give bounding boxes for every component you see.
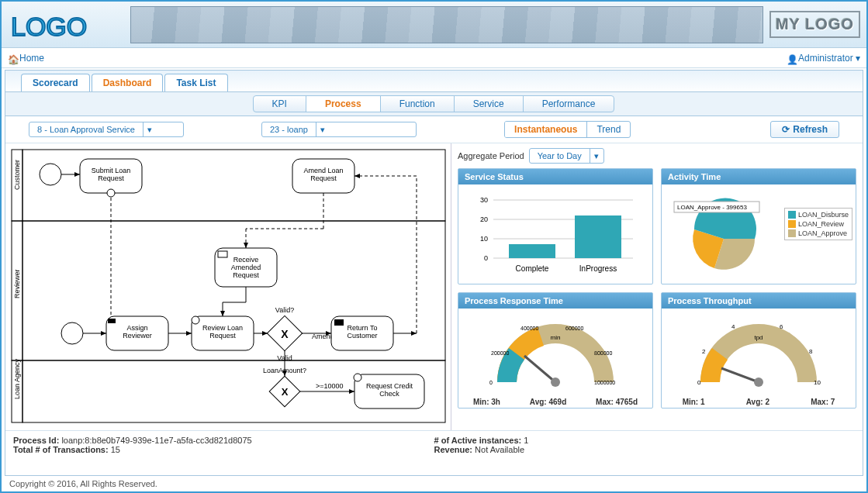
svg-rect-75 <box>575 215 621 258</box>
svg-text:Reviewer: Reviewer <box>13 269 21 298</box>
svg-text:Customer: Customer <box>347 332 377 340</box>
subtab-process[interactable]: Process <box>306 95 381 112</box>
svg-line-89 <box>721 368 759 382</box>
svg-point-90 <box>754 378 763 387</box>
svg-text:Amend Loan: Amend Loan <box>303 167 343 174</box>
svg-text:LOGO: LOGO <box>11 12 87 41</box>
svg-line-80 <box>524 356 555 382</box>
stats-row: Process Id: loanp:8:b8e0b749-939e-11e7-a… <box>5 430 863 459</box>
bar-chart: 30 20 10 0 Complete InProgress <box>458 184 652 284</box>
tab-tasklist[interactable]: Task List <box>164 74 227 91</box>
revenue-label: Revenue: <box>434 445 473 454</box>
svg-text:Assign: Assign <box>126 324 147 332</box>
pie-legend: LOAN_Disburse LOAN_Review LOAN_Approve <box>784 208 852 240</box>
revenue-value: Not Available <box>475 445 524 454</box>
bpmn-diagram[interactable]: Customer Reviewer Loan Agency Submit Loa… <box>5 143 451 430</box>
logo-right: MY LOGO <box>769 11 860 38</box>
refresh-button[interactable]: ⟳ Refresh <box>770 121 839 138</box>
subtab-performance[interactable]: Performance <box>523 95 615 112</box>
pie-chart: LOAN_Approve - 399653 LOAN_Disburse LOAN… <box>662 184 856 284</box>
mode-toggle: Instantaneous Trend <box>504 121 631 138</box>
breadcrumb-bar: 🏠Home 👤Administrator ▾ <box>2 48 866 68</box>
chevron-down-icon: ▾ <box>590 149 603 163</box>
subtab-service[interactable]: Service <box>454 95 524 112</box>
process-dropdown[interactable]: 23 - loanp ▾ <box>261 122 417 137</box>
active-instances-value: 1 <box>524 436 528 445</box>
svg-text:800000: 800000 <box>594 350 612 356</box>
home-icon: 🏠 <box>8 54 17 64</box>
svg-text:>=10000: >=10000 <box>316 382 344 390</box>
svg-point-20 <box>61 322 83 344</box>
user-icon: 👤 <box>787 54 796 64</box>
svg-text:0: 0 <box>489 380 493 385</box>
svg-text:Customer: Customer <box>13 160 21 190</box>
process-id-label: Process Id: <box>13 436 59 445</box>
svg-point-10 <box>40 164 61 185</box>
aggregate-row: Aggregate Period Year to Day ▾ <box>458 147 856 168</box>
main-tabs: Scorecard Dashboard Task List <box>5 71 863 91</box>
svg-text:tpd: tpd <box>754 334 763 341</box>
svg-text:Loan Agency: Loan Agency <box>13 358 21 399</box>
svg-text:6: 6 <box>780 323 783 330</box>
svg-text:Request: Request <box>233 271 259 279</box>
card-title: Activity Time <box>662 169 856 184</box>
svg-text:10: 10 <box>814 379 821 386</box>
total-tx-label: Total # of Transactions: <box>13 445 109 454</box>
card-activity-time: Activity Time LOAN_Approve - 399653 <box>661 168 856 284</box>
card-title: Service Status <box>458 169 652 184</box>
tab-dashboard[interactable]: Dashboard <box>92 74 164 91</box>
chevron-down-icon: ▾ <box>316 122 330 136</box>
svg-text:Request Credit: Request Credit <box>366 382 413 390</box>
svg-text:X: X <box>282 386 289 398</box>
sub-tabs: KPI Process Function Service Performance <box>5 91 863 116</box>
subtab-kpi[interactable]: KPI <box>253 95 306 112</box>
svg-text:600000: 600000 <box>565 326 583 331</box>
svg-text:min: min <box>551 334 561 341</box>
svg-text:10: 10 <box>480 235 488 243</box>
svg-text:8: 8 <box>809 348 813 355</box>
svg-text:Amended: Amended <box>231 264 261 271</box>
banner-image <box>130 6 763 43</box>
svg-point-50 <box>354 374 361 381</box>
card-title: Process Throughput <box>662 293 856 309</box>
tab-scorecard[interactable]: Scorecard <box>21 74 90 91</box>
svg-text:2: 2 <box>702 348 706 355</box>
aggregate-label: Aggregate Period <box>458 151 524 160</box>
refresh-label: Refresh <box>793 124 828 135</box>
user-menu[interactable]: 👤Administrator ▾ <box>787 53 860 64</box>
home-link[interactable]: 🏠Home <box>8 53 44 64</box>
aggregate-value: Year to Day <box>530 151 590 160</box>
svg-text:Submit Loan: Submit Loan <box>92 167 131 174</box>
svg-text:LOAN_Approve - 399653: LOAN_Approve - 399653 <box>677 204 747 211</box>
chevron-down-icon: ▾ <box>856 53 860 64</box>
gauge-throughput: tpd 0 2 4 6 8 10 Min: 1 A <box>662 309 856 408</box>
main-row: Customer Reviewer Loan Agency Submit Loa… <box>5 143 863 430</box>
svg-text:0: 0 <box>484 254 488 262</box>
svg-text:1000000: 1000000 <box>594 380 615 385</box>
service-dropdown[interactable]: 8 - Loan Approval Service ▾ <box>29 122 184 137</box>
svg-text:Review Loan: Review Loan <box>202 324 243 332</box>
gauge-response: min 0 200000 400000 600000 800000 100000… <box>458 309 652 408</box>
svg-text:Request: Request <box>98 174 124 182</box>
total-tx-value: 15 <box>111 445 120 454</box>
card-title: Process Response Time <box>458 293 652 309</box>
filter-row: 8 - Loan Approval Service ▾ 23 - loanp ▾… <box>5 116 863 143</box>
svg-rect-74 <box>509 244 555 258</box>
svg-rect-22 <box>108 319 116 323</box>
refresh-icon: ⟳ <box>782 124 790 135</box>
process-id-value: loanp:8:b8e0b749-939e-11e7-a5fa-cc3d821d… <box>61 436 251 445</box>
subtab-function[interactable]: Function <box>380 95 455 112</box>
svg-text:0: 0 <box>697 379 701 386</box>
process-dropdown-value: 23 - loanp <box>262 125 316 134</box>
mode-trend[interactable]: Trend <box>586 122 630 137</box>
svg-point-81 <box>551 378 560 387</box>
svg-text:X: X <box>281 328 289 340</box>
svg-text:200000: 200000 <box>491 350 509 356</box>
svg-text:Complete: Complete <box>516 264 549 273</box>
mode-instantaneous[interactable]: Instantaneous <box>505 122 586 137</box>
logo-left: LOGO <box>8 6 124 43</box>
home-label: Home <box>19 53 44 64</box>
aggregate-dropdown[interactable]: Year to Day ▾ <box>529 148 604 164</box>
svg-text:400000: 400000 <box>520 326 538 331</box>
svg-text:20: 20 <box>480 215 488 223</box>
